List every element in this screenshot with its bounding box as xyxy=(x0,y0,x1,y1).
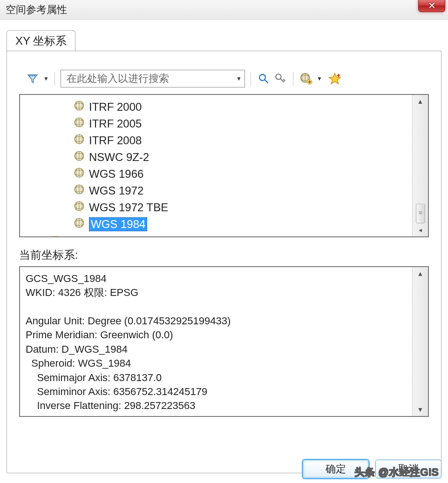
search-box[interactable]: ▼ xyxy=(61,70,245,87)
favorite-add-icon[interactable] xyxy=(328,72,342,86)
chevron-down-icon[interactable]: ▼ xyxy=(236,75,242,82)
globe-icon xyxy=(73,183,85,198)
tree-item[interactable]: WGS 1972 TBE xyxy=(73,199,409,216)
tree-item-label: ITRF 2000 xyxy=(89,101,142,114)
dialog-footer: 确定 取消 xyxy=(303,460,441,478)
globe-icon xyxy=(73,167,85,181)
tab-label: XY 坐标系 xyxy=(15,34,67,47)
titlebar: 空间参考属性 ✕ xyxy=(0,0,448,20)
crs-details-text: GCS_WGS_1984 WKID: 4326 权限: EPSG Angular… xyxy=(20,267,412,416)
separator xyxy=(251,72,251,86)
tree-item[interactable]: WGS 1972 xyxy=(73,182,409,199)
scrollbar[interactable]: ▲ ◂ xyxy=(412,95,428,236)
toolbar: ▼ ▼ xyxy=(26,70,429,87)
client-area: XY 坐标系 ▼ ▼ xyxy=(0,20,448,483)
tabpage: ▼ ▼ xyxy=(7,51,441,473)
tree-item[interactable]: ITRF 2008 xyxy=(73,132,409,149)
tab-xy-coordinate-system[interactable]: XY 坐标系 xyxy=(7,30,75,51)
tree-item[interactable]: ITRF 2005 xyxy=(73,115,409,132)
ok-button[interactable]: 确定 xyxy=(303,460,369,478)
svg-point-5 xyxy=(276,74,281,79)
search-input[interactable] xyxy=(66,72,236,85)
globe-icon xyxy=(73,217,85,232)
current-crs-label: 当前坐标系: xyxy=(19,248,429,262)
scroll-up-icon[interactable]: ▲ xyxy=(417,270,424,277)
tree-item-label: ITRF 2005 xyxy=(89,117,142,130)
tree-folder[interactable]: + 投影坐标系 xyxy=(35,233,409,236)
close-icon: ✕ xyxy=(428,0,436,11)
scroll-thumb[interactable] xyxy=(416,204,425,223)
globe-icon xyxy=(73,200,85,215)
scroll-down-icon[interactable]: ◂ xyxy=(419,226,422,234)
separator xyxy=(293,72,293,86)
tree-item-label: WGS 1972 xyxy=(89,184,143,197)
globe-icon xyxy=(73,150,85,165)
tree-item-label: NSWC 9Z-2 xyxy=(89,151,149,164)
tree-content[interactable]: ITRF 2000 ITRF 2005 ITRF 2008 NSWC 9Z-2 … xyxy=(20,95,412,236)
tabset: XY 坐标系 ▼ ▼ xyxy=(7,30,441,473)
tree-item-label: WGS 1972 TBE xyxy=(89,201,168,214)
globe-icon xyxy=(73,133,85,148)
folder-icon xyxy=(46,235,59,236)
coordinate-system-tree: ITRF 2000 ITRF 2005 ITRF 2008 NSWC 9Z-2 … xyxy=(19,94,429,237)
close-button[interactable]: ✕ xyxy=(418,0,445,12)
tree-item[interactable]: ITRF 2000 xyxy=(73,99,409,115)
funnel-icon[interactable] xyxy=(26,72,40,86)
svg-point-2 xyxy=(34,75,35,76)
scroll-up-icon[interactable]: ▲ xyxy=(417,98,424,105)
scroll-down-icon[interactable]: ▼ xyxy=(417,406,424,413)
svg-line-4 xyxy=(265,80,268,83)
tree-item-label: ITRF 2008 xyxy=(89,134,142,147)
tree-folder-label: 投影坐标系 xyxy=(63,235,119,236)
globe-icon xyxy=(73,116,85,131)
scrollbar[interactable]: ▲ ▼ xyxy=(412,267,428,416)
separator xyxy=(54,72,55,86)
svg-point-1 xyxy=(32,75,33,76)
window-title: 空间参考属性 xyxy=(6,3,67,17)
chevron-down-icon[interactable]: ▼ xyxy=(43,75,49,82)
wrench-magnifier-icon[interactable] xyxy=(273,72,287,86)
globe-plus-icon[interactable] xyxy=(299,72,313,86)
tree-item-label: WGS 1984 xyxy=(89,217,147,231)
chevron-down-icon[interactable]: ▼ xyxy=(317,75,322,82)
tree-item-label: WGS 1966 xyxy=(89,168,143,181)
cancel-button[interactable]: 取消 xyxy=(375,460,441,478)
tree-item[interactable]: NSWC 9Z-2 xyxy=(73,149,409,166)
globe-icon xyxy=(73,100,85,114)
current-crs-details: GCS_WGS_1984 WKID: 4326 权限: EPSG Angular… xyxy=(19,266,429,417)
magnifier-icon[interactable] xyxy=(257,72,271,86)
tree-item[interactable]: WGS 1966 xyxy=(73,166,409,182)
tree-item[interactable]: WGS 1984 xyxy=(73,216,409,233)
svg-point-0 xyxy=(29,75,31,76)
